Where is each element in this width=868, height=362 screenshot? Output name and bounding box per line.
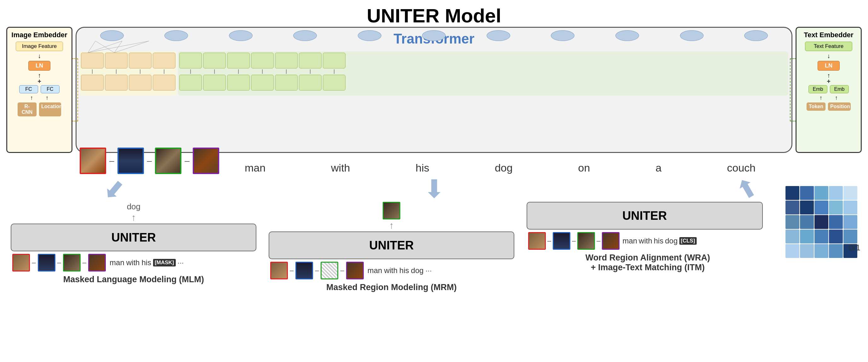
fc2-box: FC	[41, 85, 60, 93]
ellipse	[100, 30, 124, 41]
wra-word-man: man	[622, 236, 637, 245]
fc1-box: FC	[19, 85, 38, 93]
emb1-box: Emb	[808, 85, 827, 93]
mrm-dog-img	[383, 202, 400, 220]
mlm-word-man: man	[110, 258, 124, 267]
score-label: 0/1	[849, 243, 860, 253]
mrm-panel: ↑ UNITER – – – man with his dog ··· Mask…	[269, 202, 514, 292]
word-with: with	[331, 162, 350, 174]
image-feature-box: Image Feature	[16, 41, 63, 51]
text-feature-box: Text Feature	[805, 41, 852, 51]
emb2-box: Emb	[830, 85, 849, 93]
token-box: Token	[807, 103, 826, 111]
word-man: man	[245, 162, 266, 174]
rcnn-box: R-CNN	[18, 103, 36, 116]
ellipse	[293, 30, 317, 41]
location-box: Location	[39, 103, 61, 116]
text-embedder: Text Embedder Text Feature ↓ LN ↑ + Emb …	[796, 27, 862, 153]
wra-itm-label: Word Region Alignment (WRA)+ Image-Text …	[527, 253, 769, 273]
wra-content-row: – – – man with his dog [CLS]	[527, 232, 769, 250]
ellipse	[358, 30, 381, 41]
wra-cls-token: [CLS]	[679, 237, 697, 245]
region-img-person-red	[80, 147, 106, 174]
svg-line-0	[88, 41, 95, 53]
wra-word-his: his	[654, 236, 663, 245]
mlm-panel: dog ↑ UNITER – – – man with his [MASK] ·…	[11, 202, 256, 284]
mrm-masked-region	[321, 262, 338, 279]
svg-line-3	[95, 41, 114, 53]
image-embedder: Image Embedder Image Feature ↓ LN ↑ + FC…	[6, 27, 72, 153]
mlm-label: Masked Language Modeling (MLM)	[11, 275, 256, 284]
ellipses-top-row	[80, 30, 788, 41]
mrm-ellipsis: ···	[426, 266, 432, 275]
main-title: UNITER Model	[0, 0, 868, 27]
word-on: on	[578, 162, 590, 174]
ellipse	[229, 30, 253, 41]
ellipse	[680, 30, 704, 41]
word-dog: dog	[495, 162, 513, 174]
mlm-dog-label: dog	[11, 202, 256, 212]
wra-uniter-box: UNITER	[527, 202, 763, 229]
wra-word-with: with	[639, 236, 652, 245]
svg-line-4	[114, 41, 122, 53]
mlm-word-his: his	[142, 258, 151, 267]
heatmap-container	[785, 186, 857, 258]
wra-itm-panel: 0/1 UNITER – – – man with his dog [CLS] …	[527, 202, 857, 273]
img-cols-group	[80, 51, 177, 95]
svg-line-2	[88, 41, 149, 53]
mlm-mask-token: [MASK]	[153, 259, 176, 267]
word-his: his	[415, 162, 429, 174]
svg-line-1	[88, 41, 122, 53]
transformer-box: Transformer	[75, 27, 793, 153]
ln-box-image: LN	[28, 61, 51, 71]
ln-box-text: LN	[817, 61, 840, 71]
mrm-word-with: with	[384, 266, 398, 275]
mlm-word-with: with	[126, 258, 140, 267]
wra-word-dog: dog	[665, 236, 678, 245]
bottom-section: dog ↑ UNITER – – – man with his [MASK] ·…	[3, 202, 865, 292]
region-images-row: – – –	[80, 147, 219, 174]
ellipse	[744, 30, 768, 41]
ellipse	[551, 30, 575, 41]
ellipse	[487, 30, 510, 41]
mrm-uniter-box: UNITER	[269, 231, 514, 259]
big-arrow-center: ⬇	[424, 176, 445, 202]
ellipse	[615, 30, 639, 41]
txt-cols-group	[178, 51, 788, 95]
mrm-label: Masked Region Modeling (MRM)	[269, 282, 514, 292]
image-embedder-title: Image Embedder	[10, 31, 68, 39]
mlm-uniter-box: UNITER	[11, 224, 256, 251]
text-embedder-title: Text Embedder	[800, 31, 858, 39]
mlm-ellipsis: ···	[178, 258, 184, 267]
words-row: man with his dog on a couch	[212, 162, 788, 174]
mrm-word-dog: dog	[411, 266, 424, 275]
ellipse	[422, 30, 446, 41]
ellipse	[164, 30, 188, 41]
transformer-middle-layer	[80, 51, 788, 95]
region-img-dog-green	[155, 147, 181, 174]
region-img-bucket-blue	[118, 147, 144, 174]
mlm-content-row: – – – man with his [MASK] ···	[11, 254, 256, 272]
mrm-word-man: man	[368, 266, 382, 275]
word-couch: couch	[727, 162, 755, 174]
position-box: Position	[828, 103, 851, 111]
word-a: a	[655, 162, 661, 174]
mrm-content-row: – – – man with his dog ···	[269, 262, 514, 279]
mrm-word-his: his	[399, 266, 409, 275]
svg-line-5	[114, 41, 149, 53]
top-section: Image Embedder Image Feature ↓ LN ↑ + FC…	[3, 27, 865, 194]
